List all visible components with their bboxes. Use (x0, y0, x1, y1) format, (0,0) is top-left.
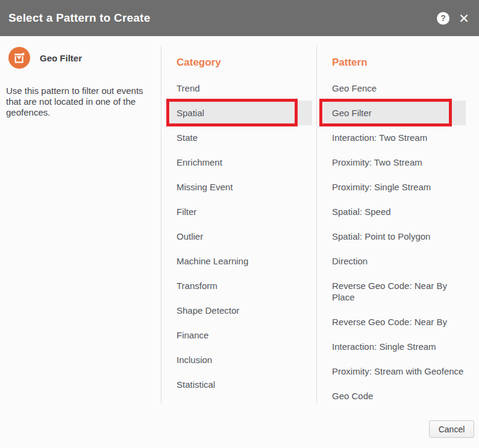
list-item-transform[interactable]: Transform (170, 273, 312, 298)
list-item-reverse-geo-code-near-by[interactable]: Reverse Geo Code: Near By (323, 310, 466, 334)
list-item-geo-code[interactable]: Geo Code (323, 384, 466, 408)
dialog-title: Select a Pattern to Create (8, 11, 437, 25)
list-item-machine-learning[interactable]: Machine Learning (170, 249, 312, 273)
list-item-enrichment[interactable]: Enrichment (170, 150, 312, 175)
list-item-direction[interactable]: Direction (323, 249, 466, 273)
help-icon[interactable]: ? (437, 12, 449, 25)
list-item-interaction-two-stream[interactable]: Interaction: Two Stream (323, 125, 466, 150)
list-item-shape-detector[interactable]: Shape Detector (170, 298, 312, 323)
category-header: Category (170, 57, 312, 69)
divider-category-pattern (316, 45, 317, 403)
pattern-name: Geo Filter (40, 53, 82, 63)
list-item-finance[interactable]: Finance (170, 323, 312, 347)
divider-info-category (161, 45, 161, 403)
list-item-spatial-speed[interactable]: Spatial: Speed (323, 199, 466, 224)
list-item-inclusion[interactable]: Inclusion (170, 347, 312, 372)
pattern-info-header: Geo Filter (8, 47, 161, 69)
list-item-geo-filter[interactable]: Geo Filter (323, 101, 466, 125)
list-item-missing-event[interactable]: Missing Event (170, 175, 312, 199)
titlebar-icons: ? ✕ (437, 11, 471, 25)
list-item-state[interactable]: State (170, 125, 312, 150)
list-item-interaction-single-stream[interactable]: Interaction: Single Stream (323, 334, 466, 359)
pattern-info-panel: Geo Filter Use this pattern to filter ou… (0, 36, 161, 118)
list-item-proximity-single-stream[interactable]: Proximity: Single Stream (323, 175, 466, 199)
list-item-trend[interactable]: Trend (170, 76, 312, 101)
list-item-outlier[interactable]: Outlier (170, 224, 312, 249)
dialog-titlebar: Select a Pattern to Create ? ✕ (0, 0, 479, 36)
pattern-description: Use this pattern to filter out events th… (6, 86, 158, 118)
list-item-spatial-point-to-polygon[interactable]: Spatial: Point to Polygon (323, 224, 466, 249)
list-item-spatial[interactable]: Spatial (170, 101, 312, 125)
geo-filter-icon (8, 47, 30, 69)
select-pattern-dialog: Select a Pattern to Create ? ✕ Geo Filte… (0, 0, 479, 448)
list-item-geo-fence[interactable]: Geo Fence (323, 76, 466, 101)
list-item-reverse-geo-code-near-by-place[interactable]: Reverse Geo Code: Near By Place (323, 273, 466, 310)
close-icon[interactable]: ✕ (457, 11, 471, 25)
list-item-proximity-two-stream[interactable]: Proximity: Two Stream (323, 150, 466, 175)
category-column: Category TrendSpatialStateEnrichmentMiss… (170, 36, 312, 397)
pattern-header: Pattern (323, 57, 466, 69)
list-item-filter[interactable]: Filter (170, 199, 312, 224)
list-item-proximity-stream-with-geofence[interactable]: Proximity: Stream with Geofence (323, 359, 466, 384)
category-list: TrendSpatialStateEnrichmentMissing Event… (170, 76, 312, 397)
pattern-column: Pattern Geo FenceGeo FilterInteraction: … (323, 36, 466, 408)
list-item-statistical[interactable]: Statistical (170, 372, 312, 397)
pattern-list: Geo FenceGeo FilterInteraction: Two Stre… (323, 76, 466, 408)
cancel-button[interactable]: Cancel (429, 420, 474, 438)
